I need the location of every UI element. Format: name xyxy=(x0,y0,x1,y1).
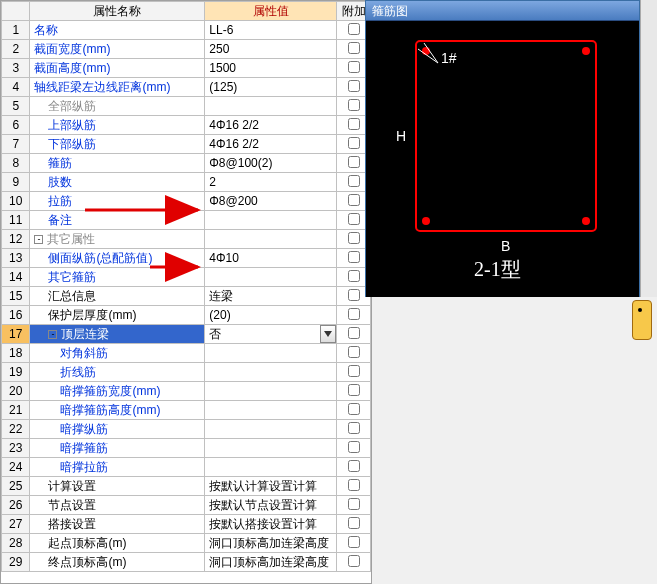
tree-toggle-icon[interactable]: - xyxy=(48,330,57,339)
table-row[interactable]: 1名称LL-6 xyxy=(2,21,371,40)
property-name-cell[interactable]: 拉筋 xyxy=(30,192,205,211)
property-name-cell[interactable]: 侧面纵筋(总配筋值) xyxy=(30,249,205,268)
property-name-cell[interactable]: 其它箍筋 xyxy=(30,268,205,287)
property-name-cell[interactable]: 对角斜筋 xyxy=(30,344,205,363)
attach-checkbox[interactable] xyxy=(348,498,360,510)
table-row[interactable]: 19折线筋 xyxy=(2,363,371,382)
property-name-cell[interactable]: 起点顶标高(m) xyxy=(30,534,205,553)
property-value-cell[interactable] xyxy=(205,420,337,439)
property-value-cell[interactable]: 否 xyxy=(205,325,337,344)
attach-checkbox[interactable] xyxy=(348,422,360,434)
attach-checkbox[interactable] xyxy=(348,536,360,548)
property-value-cell[interactable] xyxy=(205,439,337,458)
property-name-cell[interactable]: 汇总信息 xyxy=(30,287,205,306)
property-value-cell[interactable]: 洞口顶标高加连梁高度 xyxy=(205,553,337,572)
property-name-cell[interactable]: 暗撑箍筋高度(mm) xyxy=(30,401,205,420)
tree-toggle-icon[interactable]: - xyxy=(34,235,43,244)
property-value-cell[interactable]: Φ8@200 xyxy=(205,192,337,211)
table-row[interactable]: 7下部纵筋4Φ16 2/2 xyxy=(2,135,371,154)
attach-checkbox[interactable] xyxy=(348,213,360,225)
attach-checkbox[interactable] xyxy=(348,384,360,396)
attach-checkbox[interactable] xyxy=(348,42,360,54)
attach-checkbox[interactable] xyxy=(348,403,360,415)
property-name-cell[interactable]: 折线筋 xyxy=(30,363,205,382)
attach-checkbox[interactable] xyxy=(348,118,360,130)
attach-checkbox[interactable] xyxy=(348,479,360,491)
property-name-cell[interactable]: 截面宽度(mm) xyxy=(30,40,205,59)
table-row[interactable]: 27搭接设置按默认搭接设置计算 xyxy=(2,515,371,534)
table-row[interactable]: 8箍筋Φ8@100(2) xyxy=(2,154,371,173)
table-row[interactable]: 6上部纵筋4Φ16 2/2 xyxy=(2,116,371,135)
attach-checkbox[interactable] xyxy=(348,23,360,35)
property-name-cell[interactable]: 终点顶标高(m) xyxy=(30,553,205,572)
table-row[interactable]: 3截面高度(mm)1500 xyxy=(2,59,371,78)
attach-checkbox[interactable] xyxy=(348,137,360,149)
property-grid[interactable]: 属性名称 属性值 附加 1名称LL-62截面宽度(mm)2503截面高度(mm)… xyxy=(0,0,372,584)
attach-checkbox[interactable] xyxy=(348,441,360,453)
property-value-cell[interactable] xyxy=(205,230,337,249)
attach-checkbox[interactable] xyxy=(348,270,360,282)
table-row[interactable]: 16保护层厚度(mm)(20) xyxy=(2,306,371,325)
property-value-cell[interactable] xyxy=(205,458,337,477)
property-name-cell[interactable]: 暗撑箍筋 xyxy=(30,439,205,458)
table-row[interactable]: 23暗撑箍筋 xyxy=(2,439,371,458)
property-name-cell[interactable]: 肢数 xyxy=(30,173,205,192)
property-value-cell[interactable] xyxy=(205,382,337,401)
property-name-cell[interactable]: -其它属性 xyxy=(30,230,205,249)
property-name-cell[interactable]: -顶层连梁 xyxy=(30,325,205,344)
property-value-cell[interactable]: 2 xyxy=(205,173,337,192)
property-value-cell[interactable]: 洞口顶标高加连梁高度 xyxy=(205,534,337,553)
property-value-cell[interactable]: 4Φ10 xyxy=(205,249,337,268)
property-name-cell[interactable]: 截面高度(mm) xyxy=(30,59,205,78)
table-row[interactable]: 13侧面纵筋(总配筋值)4Φ10 xyxy=(2,249,371,268)
attach-checkbox[interactable] xyxy=(348,99,360,111)
table-row[interactable]: 28起点顶标高(m)洞口顶标高加连梁高度 xyxy=(2,534,371,553)
table-row[interactable]: 10拉筋Φ8@200 xyxy=(2,192,371,211)
property-name-cell[interactable]: 箍筋 xyxy=(30,154,205,173)
property-value-cell[interactable]: 4Φ16 2/2 xyxy=(205,116,337,135)
property-name-cell[interactable]: 搭接设置 xyxy=(30,515,205,534)
table-row[interactable]: 21暗撑箍筋高度(mm) xyxy=(2,401,371,420)
property-value-cell[interactable]: 按默认搭接设置计算 xyxy=(205,515,337,534)
property-value-cell[interactable] xyxy=(205,401,337,420)
property-value-cell[interactable]: LL-6 xyxy=(205,21,337,40)
attach-checkbox[interactable] xyxy=(348,194,360,206)
table-row[interactable]: 20暗撑箍筋宽度(mm) xyxy=(2,382,371,401)
table-row[interactable]: 29终点顶标高(m)洞口顶标高加连梁高度 xyxy=(2,553,371,572)
property-value-cell[interactable]: 连梁 xyxy=(205,287,337,306)
property-name-cell[interactable]: 保护层厚度(mm) xyxy=(30,306,205,325)
table-row[interactable]: 17-顶层连梁否 xyxy=(2,325,371,344)
attach-checkbox[interactable] xyxy=(348,175,360,187)
property-value-cell[interactable]: Φ8@100(2) xyxy=(205,154,337,173)
property-value-cell[interactable]: (20) xyxy=(205,306,337,325)
attach-checkbox[interactable] xyxy=(348,308,360,320)
property-value-cell[interactable] xyxy=(205,344,337,363)
table-row[interactable]: 14其它箍筋 xyxy=(2,268,371,287)
table-row[interactable]: 26节点设置按默认节点设置计算 xyxy=(2,496,371,515)
dropdown-button[interactable] xyxy=(320,325,336,343)
property-name-cell[interactable]: 计算设置 xyxy=(30,477,205,496)
property-value-cell[interactable] xyxy=(205,363,337,382)
property-name-cell[interactable]: 名称 xyxy=(30,21,205,40)
table-row[interactable]: 2截面宽度(mm)250 xyxy=(2,40,371,59)
property-value-cell[interactable] xyxy=(205,268,337,287)
attach-checkbox[interactable] xyxy=(348,80,360,92)
attach-checkbox[interactable] xyxy=(348,156,360,168)
property-name-cell[interactable]: 备注 xyxy=(30,211,205,230)
property-name-cell[interactable]: 轴线距梁左边线距离(mm) xyxy=(30,78,205,97)
property-value-cell[interactable]: 250 xyxy=(205,40,337,59)
property-name-cell[interactable]: 下部纵筋 xyxy=(30,135,205,154)
attach-checkbox[interactable] xyxy=(348,460,360,472)
attach-checkbox[interactable] xyxy=(348,251,360,263)
property-value-cell[interactable]: 1500 xyxy=(205,59,337,78)
scrollbar-vertical[interactable] xyxy=(640,0,657,297)
table-row[interactable]: 9肢数2 xyxy=(2,173,371,192)
attach-checkbox[interactable] xyxy=(348,365,360,377)
attach-checkbox[interactable] xyxy=(348,555,360,567)
table-row[interactable]: 15汇总信息连梁 xyxy=(2,287,371,306)
attach-checkbox[interactable] xyxy=(348,289,360,301)
property-name-cell[interactable]: 暗撑纵筋 xyxy=(30,420,205,439)
table-row[interactable]: 18对角斜筋 xyxy=(2,344,371,363)
property-name-cell[interactable]: 上部纵筋 xyxy=(30,116,205,135)
property-value-cell[interactable] xyxy=(205,211,337,230)
